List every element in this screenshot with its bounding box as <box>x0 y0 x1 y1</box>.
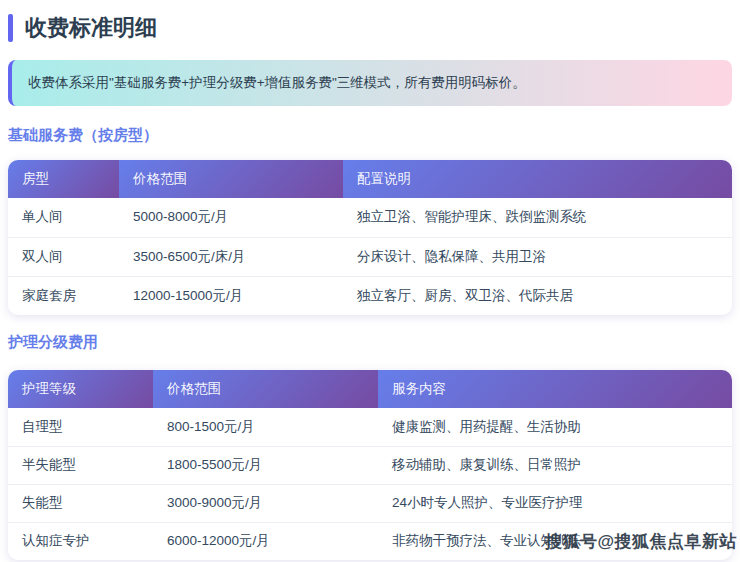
cell-config: 独立卫浴、智能护理床、跌倒监测系统 <box>343 198 732 237</box>
cell-config: 分床设计、隐私保障、共用卫浴 <box>343 237 732 276</box>
header-cell-care-level: 护理等级 <box>8 370 153 408</box>
table-row: 单人间 5000-8000元/月 独立卫浴、智能护理床、跌倒监测系统 <box>8 198 732 237</box>
table-header-row: 房型 价格范围 配置说明 <box>8 160 732 198</box>
section-title-care-level-fee: 护理分级费用 <box>8 333 732 351</box>
basic-fee-table-card: 房型 价格范围 配置说明 单人间 5000-8000元/月 独立卫浴、智能护理床… <box>8 160 732 315</box>
cell-price-range: 6000-12000元/月 <box>153 522 378 560</box>
cell-price-range: 12000-15000元/月 <box>119 276 343 315</box>
header-cell-price-range: 价格范围 <box>119 160 343 198</box>
cell-price-range: 3000-9000元/月 <box>153 484 378 522</box>
table-row: 家庭套房 12000-15000元/月 独立客厅、厨房、双卫浴、代际共居 <box>8 276 732 315</box>
intro-text: 收费体系采用"基础服务费+护理分级费+增值服务费"三维模式，所有费用明码标价。 <box>28 74 526 92</box>
table-row: 自理型 800-1500元/月 健康监测、用药提醒、生活协助 <box>8 408 732 446</box>
cell-price-range: 3500-6500元/床/月 <box>119 237 343 276</box>
cell-config: 独立客厅、厨房、双卫浴、代际共居 <box>343 276 732 315</box>
cell-care-level: 认知症专护 <box>8 522 153 560</box>
intro-banner: 收费体系采用"基础服务费+护理分级费+增值服务费"三维模式，所有费用明码标价。 <box>8 60 732 106</box>
cell-care-level: 失能型 <box>8 484 153 522</box>
table-header-row: 护理等级 价格范围 服务内容 <box>8 370 732 408</box>
section-title-basic-fee: 基础服务费（按房型） <box>8 126 732 144</box>
basic-fee-table: 房型 价格范围 配置说明 单人间 5000-8000元/月 独立卫浴、智能护理床… <box>8 160 732 315</box>
table-row: 半失能型 1800-5500元/月 移动辅助、康复训练、日常照护 <box>8 446 732 484</box>
page-header: 收费标准明细 <box>8 12 732 44</box>
page-title: 收费标准明细 <box>25 13 157 43</box>
table-row: 失能型 3000-9000元/月 24小时专人照护、专业医疗护理 <box>8 484 732 522</box>
cell-room-type: 双人间 <box>8 237 119 276</box>
page-container: 收费标准明细 收费体系采用"基础服务费+护理分级费+增值服务费"三维模式，所有费… <box>0 0 740 560</box>
cell-service-content: 健康监测、用药提醒、生活协助 <box>378 408 732 446</box>
watermark: 搜狐号@搜狐焦点阜新站 <box>545 530 737 553</box>
cell-care-level: 自理型 <box>8 408 153 446</box>
cell-room-type: 家庭套房 <box>8 276 119 315</box>
cell-price-range: 800-1500元/月 <box>153 408 378 446</box>
cell-price-range: 1800-5500元/月 <box>153 446 378 484</box>
table-row: 双人间 3500-6500元/床/月 分床设计、隐私保障、共用卫浴 <box>8 237 732 276</box>
header-cell-price-range: 价格范围 <box>153 370 378 408</box>
header-cell-config: 配置说明 <box>343 160 732 198</box>
header-cell-room-type: 房型 <box>8 160 119 198</box>
header-cell-service-content: 服务内容 <box>378 370 732 408</box>
cell-price-range: 5000-8000元/月 <box>119 198 343 237</box>
cell-room-type: 单人间 <box>8 198 119 237</box>
cell-care-level: 半失能型 <box>8 446 153 484</box>
cell-service-content: 24小时专人照护、专业医疗护理 <box>378 484 732 522</box>
cell-service-content: 移动辅助、康复训练、日常照护 <box>378 446 732 484</box>
title-accent-bar <box>8 14 13 42</box>
